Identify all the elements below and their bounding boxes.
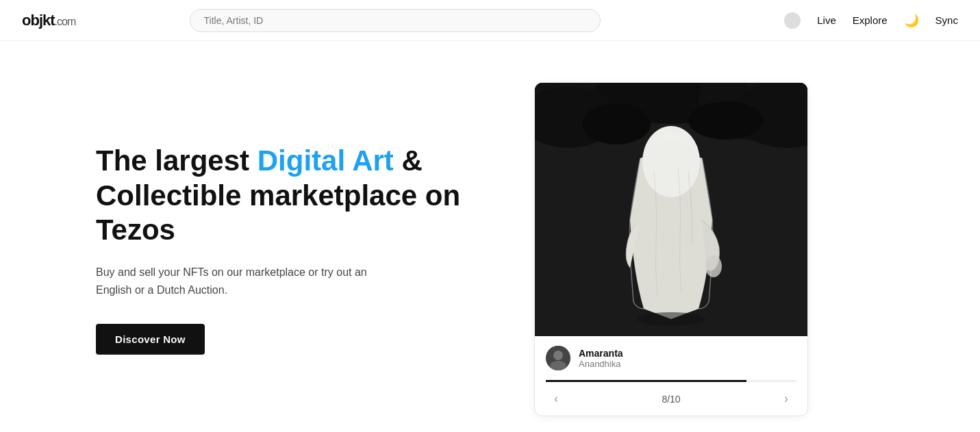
main-content: The largest Digital Art & Collectible ma… — [0, 41, 980, 432]
hero-subtext: Buy and sell your NFTs on our marketplac… — [96, 264, 397, 298]
navbar: objkt.com Live Explore 🌙 Sync — [0, 0, 980, 41]
next-button[interactable]: › — [779, 389, 794, 409]
svg-point-10 — [637, 312, 705, 326]
artist-handle: Anandhika — [579, 359, 796, 369]
artist-name: Amaranta — [579, 348, 796, 359]
svg-point-6 — [582, 103, 651, 144]
live-link[interactable]: Live — [817, 14, 836, 26]
featured-card-area: Amaranta Anandhika ‹ 8/10 › — [534, 82, 808, 416]
heading-highlight: Digital Art — [257, 144, 394, 177]
card-counter: 8/10 — [662, 394, 680, 405]
explore-link[interactable]: Explore — [853, 14, 888, 26]
sync-link[interactable]: Sync — [935, 14, 958, 26]
search-input[interactable] — [190, 9, 601, 32]
site-logo[interactable]: objkt.com — [22, 12, 75, 29]
card-navigation: ‹ 8/10 › — [535, 382, 807, 416]
card-footer: Amaranta Anandhika — [535, 336, 807, 380]
logo-suffix: .com — [55, 16, 76, 27]
search-container — [190, 9, 601, 32]
hero-section: The largest Digital Art & Collectible ma… — [96, 144, 479, 354]
featured-card: Amaranta Anandhika ‹ 8/10 › — [534, 82, 808, 416]
artist-avatar — [546, 346, 570, 370]
hero-heading: The largest Digital Art & Collectible ma… — [96, 144, 479, 247]
svg-point-7 — [688, 101, 764, 140]
nav-right: Live Explore 🌙 Sync — [784, 12, 958, 29]
discover-now-button[interactable]: Discover Now — [96, 324, 205, 355]
svg-point-12 — [553, 351, 563, 360]
artist-info: Amaranta Anandhika — [579, 348, 796, 369]
dark-mode-toggle[interactable]: 🌙 — [904, 13, 919, 28]
logo-bold: objkt — [22, 12, 55, 29]
user-avatar[interactable] — [784, 12, 801, 29]
svg-point-9 — [705, 255, 722, 277]
card-image — [535, 83, 807, 336]
heading-part1: The largest — [96, 144, 257, 177]
prev-button[interactable]: ‹ — [549, 389, 564, 409]
